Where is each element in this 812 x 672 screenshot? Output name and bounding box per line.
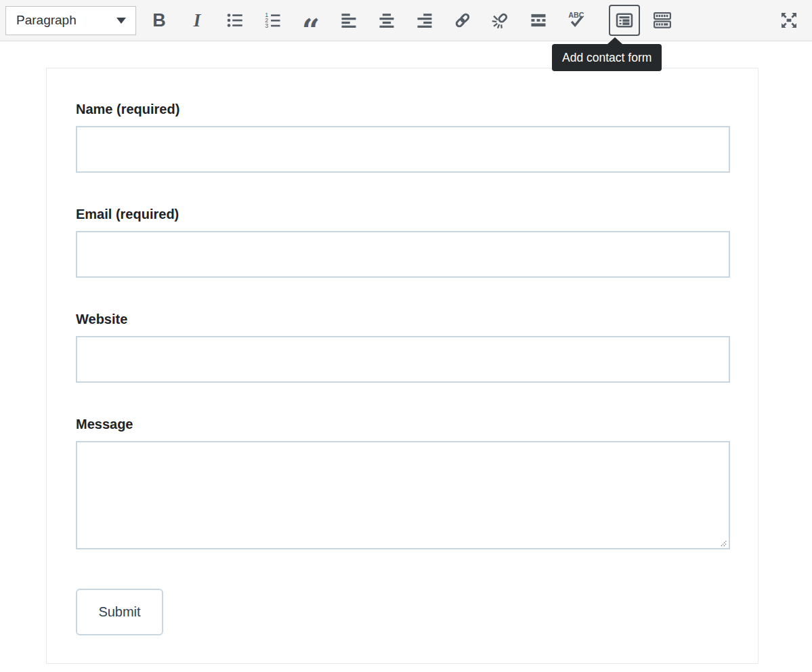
website-input[interactable] (76, 336, 730, 383)
website-label: Website (76, 312, 758, 327)
bold-icon: B (152, 12, 166, 30)
keyboard-toggle-button[interactable] (649, 7, 676, 34)
email-label: Email (required) (76, 207, 758, 222)
numbered-list-icon: 1 2 3 (263, 11, 282, 30)
align-center-icon (377, 11, 396, 30)
italic-icon: I (194, 12, 201, 30)
message-textarea[interactable] (76, 441, 730, 549)
align-center-button[interactable] (373, 7, 400, 34)
read-more-button[interactable] (525, 7, 552, 34)
field-group-website: Website (76, 312, 758, 383)
unlink-button[interactable] (487, 7, 514, 34)
field-group-email: Email (required) (76, 207, 758, 278)
paragraph-format-value: Paragraph (16, 13, 77, 28)
add-contact-form-button[interactable] (609, 5, 640, 36)
align-right-button[interactable] (411, 7, 438, 34)
spellcheck-button[interactable]: ABC (563, 7, 590, 34)
tooltip-text: Add contact form (562, 51, 651, 65)
resize-handle[interactable] (721, 540, 727, 547)
contact-form-preview[interactable]: Name (required) Email (required) Website… (46, 68, 758, 664)
bulleted-list-icon (226, 11, 244, 30)
field-group-name: Name (required) (76, 102, 758, 173)
align-left-button[interactable] (335, 7, 362, 34)
fullscreen-icon (779, 10, 799, 30)
read-more-icon (529, 11, 548, 30)
message-textarea-wrap (76, 441, 730, 549)
numbered-list-button[interactable]: 1 2 3 (259, 7, 286, 34)
unlink-icon (491, 11, 510, 30)
field-group-message: Message (76, 417, 758, 549)
link-button[interactable] (449, 7, 476, 34)
submit-button[interactable]: Submit (76, 589, 163, 635)
email-input[interactable] (76, 231, 730, 278)
tooltip-add-contact-form: Add contact form (552, 44, 662, 71)
align-right-icon (415, 11, 434, 30)
chevron-down-icon (116, 18, 126, 24)
align-left-icon (339, 11, 358, 30)
svg-text:3: 3 (265, 22, 268, 29)
spellcheck-icon: ABC (566, 10, 586, 30)
tooltip-arrow (607, 37, 622, 44)
editor-page: Paragraph B I 1 2 3 (0, 0, 812, 672)
bulleted-list-button[interactable] (221, 7, 249, 34)
link-icon (453, 11, 472, 30)
editor-toolbar: Paragraph B I 1 2 3 (0, 0, 812, 41)
contact-form-icon (615, 11, 634, 30)
name-input[interactable] (76, 126, 730, 173)
italic-button[interactable]: I (184, 7, 211, 34)
paragraph-format-select[interactable]: Paragraph (5, 6, 136, 35)
editor-content: Name (required) Email (required) Website… (0, 42, 812, 672)
blockquote-button[interactable]: “ (297, 7, 324, 34)
bold-button[interactable]: B (146, 7, 173, 34)
message-label: Message (76, 417, 758, 432)
name-label: Name (required) (76, 102, 758, 117)
keyboard-toggle-icon (652, 10, 672, 30)
contact-form-fields: Name (required) Email (required) Website… (47, 68, 758, 635)
fullscreen-button[interactable] (775, 7, 803, 34)
